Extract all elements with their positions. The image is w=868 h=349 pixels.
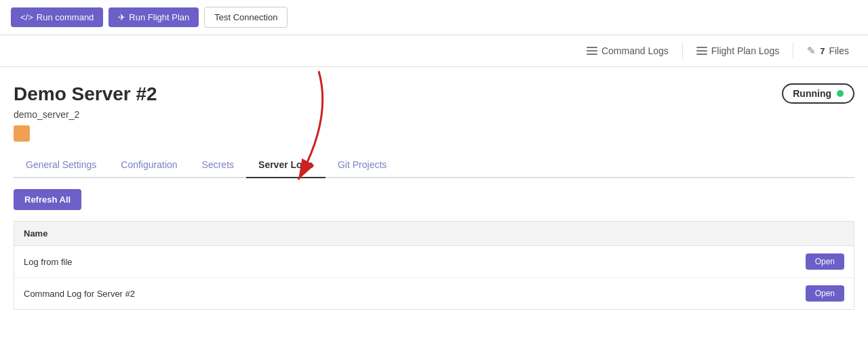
open-button-1[interactable]: Open bbox=[806, 285, 844, 302]
tab-configuration[interactable]: Configuration bbox=[108, 152, 189, 178]
open-button-0[interactable]: Open bbox=[806, 253, 844, 270]
refresh-all-label: Refresh All bbox=[24, 194, 71, 205]
tab-general-settings[interactable]: General Settings bbox=[14, 152, 108, 178]
refresh-all-button[interactable]: Refresh All bbox=[14, 189, 81, 210]
edit-icon: ✎ bbox=[807, 45, 816, 57]
log-action-cell: Open bbox=[773, 246, 854, 278]
table-row: Command Log for Server #2 Open bbox=[14, 278, 854, 310]
test-connection-label: Test Connection bbox=[214, 12, 277, 22]
running-dot bbox=[837, 90, 844, 97]
command-logs-label: Command Logs bbox=[601, 45, 669, 56]
server-slug: demo_server_2 bbox=[14, 109, 157, 120]
run-flight-icon: ✈ bbox=[118, 12, 125, 22]
run-flight-plan-button[interactable]: ✈ Run Flight Plan bbox=[108, 7, 199, 27]
run-command-button[interactable]: </> Run command bbox=[11, 7, 103, 27]
flight-plan-logs-label: Flight Plan Logs bbox=[711, 45, 779, 56]
running-status-label: Running bbox=[793, 88, 831, 99]
running-badge: Running bbox=[782, 83, 854, 104]
tab-secrets[interactable]: Secrets bbox=[190, 152, 246, 178]
top-toolbar: </> Run command ✈ Run Flight Plan Test C… bbox=[0, 0, 868, 35]
run-command-icon: </> bbox=[20, 12, 33, 22]
server-title: Demo Server #2 bbox=[14, 83, 157, 105]
logs-table: Name Log from file Open Command Log for … bbox=[14, 221, 854, 310]
page-header: Demo Server #2 demo_server_2 Running bbox=[14, 83, 854, 142]
column-name-header: Name bbox=[14, 222, 773, 246]
table-header-row: Name bbox=[14, 222, 854, 246]
menu-lines-icon-2 bbox=[696, 47, 707, 55]
tab-server-logs[interactable]: Server Logs bbox=[246, 152, 326, 178]
logs-toolbar: Command Logs Flight Plan Logs ✎ 7 Files bbox=[0, 35, 868, 67]
files-button[interactable]: ✎ 7 Files bbox=[799, 41, 857, 61]
toolbar-divider-2 bbox=[793, 43, 793, 59]
menu-lines-icon bbox=[587, 47, 597, 55]
log-name-cell: Command Log for Server #2 bbox=[14, 278, 773, 310]
command-logs-button[interactable]: Command Logs bbox=[578, 41, 677, 60]
files-label: Files bbox=[829, 45, 849, 56]
flight-plan-logs-button[interactable]: Flight Plan Logs bbox=[688, 41, 787, 60]
files-count: 7 bbox=[820, 46, 825, 56]
server-info: Demo Server #2 demo_server_2 bbox=[14, 83, 157, 142]
column-actions-header bbox=[773, 222, 854, 246]
table-row: Log from file Open bbox=[14, 246, 854, 278]
server-color-badge bbox=[14, 125, 30, 142]
toolbar-divider bbox=[682, 43, 683, 59]
test-connection-button[interactable]: Test Connection bbox=[204, 7, 288, 28]
log-action-cell: Open bbox=[773, 278, 854, 310]
run-command-label: Run command bbox=[37, 12, 94, 22]
tab-git-projects[interactable]: Git Projects bbox=[326, 152, 399, 178]
run-flight-plan-label: Run Flight Plan bbox=[129, 12, 189, 22]
log-name-cell: Log from file bbox=[14, 246, 773, 278]
tabs: General Settings Configuration Secrets S… bbox=[14, 152, 854, 178]
main-content: Demo Server #2 demo_server_2 Running Gen… bbox=[0, 67, 868, 310]
